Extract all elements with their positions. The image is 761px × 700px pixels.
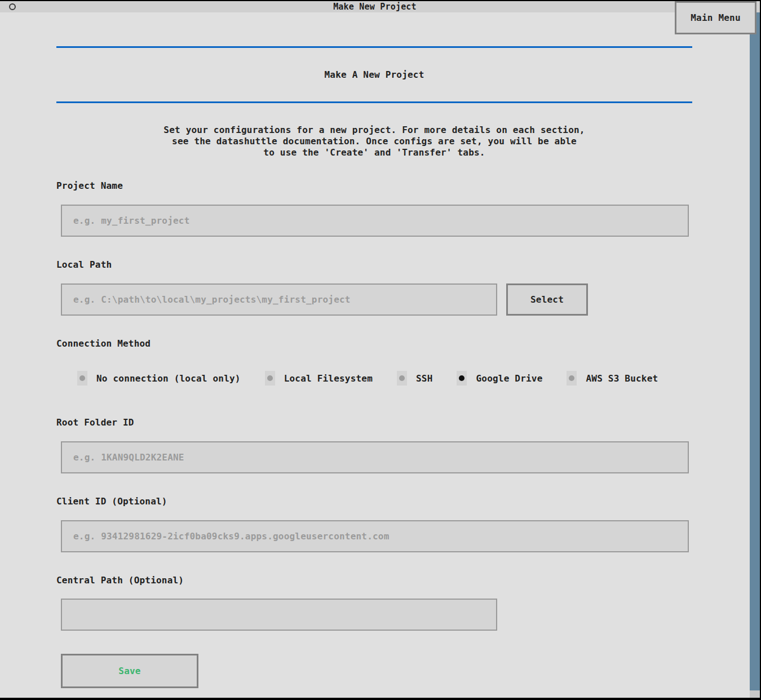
radio-option-label: AWS S3 Bucket xyxy=(586,373,658,384)
radio-option-label: No connection (local only) xyxy=(96,373,241,384)
description-line: Set your configurations for a new projec… xyxy=(56,125,692,136)
radio-option-google-drive[interactable]: Google Drive xyxy=(457,371,542,386)
save-button[interactable]: Save xyxy=(61,654,198,688)
client-id-input[interactable] xyxy=(61,520,689,552)
central-path-input[interactable] xyxy=(61,599,497,631)
app-window: Make New Project Main Menu Make A New Pr… xyxy=(0,0,761,700)
radio-option-aws-s3-bucket[interactable]: AWS S3 Bucket xyxy=(567,371,658,386)
page-description: Set your configurations for a new projec… xyxy=(56,125,692,158)
radio-button-icon xyxy=(77,371,87,386)
radio-button-icon xyxy=(567,371,577,386)
root-folder-id-label: Root Folder ID xyxy=(56,417,134,428)
window-edge-bottom xyxy=(0,698,761,700)
project-name-label: Project Name xyxy=(56,180,123,192)
title-bar: Make New Project xyxy=(0,1,760,12)
central-path-label: Central Path (Optional) xyxy=(56,575,184,586)
radio-option-ssh[interactable]: SSH xyxy=(397,371,433,386)
radio-option-label: SSH xyxy=(416,373,433,384)
local-path-label: Local Path xyxy=(56,259,112,271)
client-id-label: Client ID (Optional) xyxy=(56,496,167,507)
window-title: Make New Project xyxy=(0,1,750,12)
radio-button-icon xyxy=(397,371,407,386)
radio-button-icon xyxy=(457,371,467,386)
local-path-select-button[interactable]: Select xyxy=(506,283,588,316)
page-header: Make A New Project xyxy=(56,46,692,103)
radio-button-icon xyxy=(265,371,275,386)
page-title: Make A New Project xyxy=(325,69,424,80)
app-circle-icon xyxy=(9,3,16,10)
radio-option-label: Google Drive xyxy=(476,373,542,384)
scrollbar-thumb[interactable] xyxy=(750,12,760,690)
project-name-input[interactable] xyxy=(61,205,689,237)
description-line: to use the 'Create' and 'Transfer' tabs. xyxy=(56,147,692,158)
local-path-input[interactable] xyxy=(61,283,497,316)
description-line: see the datashuttle documentation. Once … xyxy=(56,136,692,147)
radio-option-local-filesystem[interactable]: Local Filesystem xyxy=(265,371,373,386)
scrollbar-corner xyxy=(750,690,760,698)
connection-method-label: Connection Method xyxy=(56,338,151,349)
radio-option-no-connection[interactable]: No connection (local only) xyxy=(77,371,241,386)
main-menu-button[interactable]: Main Menu xyxy=(675,1,756,34)
root-folder-id-input[interactable] xyxy=(61,441,689,473)
radio-option-label: Local Filesystem xyxy=(284,373,373,384)
connection-method-radio-group: No connection (local only) Local Filesys… xyxy=(77,370,682,387)
